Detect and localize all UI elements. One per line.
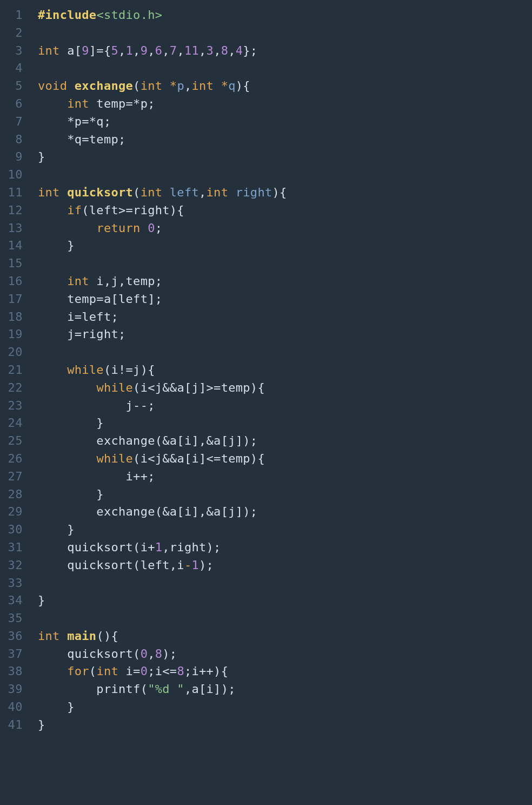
code-line: while(i<j&&a[i]<=temp){ xyxy=(38,450,532,468)
line-number: 32 xyxy=(0,557,30,575)
code-token: while xyxy=(96,381,133,394)
code-token: , xyxy=(214,44,221,57)
code-token: int xyxy=(38,44,60,57)
code-token: (i<j&&a[i]<=temp){ xyxy=(133,452,265,465)
code-token: int xyxy=(67,97,89,110)
code-token: } xyxy=(38,487,104,501)
code-token: ); xyxy=(199,558,214,572)
code-token: exchange xyxy=(75,79,133,93)
code-token: 0 xyxy=(141,664,148,678)
code-token: }; xyxy=(243,44,257,57)
code-token: 9 xyxy=(82,44,89,57)
code-line: } xyxy=(38,698,532,716)
code-line xyxy=(38,60,532,77)
code-token: 0 xyxy=(148,221,155,235)
code-line: while(i<j&&a[j]>=temp){ xyxy=(38,379,532,397)
code-token: , xyxy=(148,647,155,661)
line-number: 10 xyxy=(0,166,30,184)
line-number: 18 xyxy=(0,308,30,326)
line-number: 19 xyxy=(0,326,30,344)
code-editor: 1234567891011121314151617181920212223242… xyxy=(0,0,532,734)
code-token: while xyxy=(67,363,104,377)
code-token: quicksort(left,i xyxy=(38,558,184,572)
line-number: 12 xyxy=(0,202,30,220)
code-token: int xyxy=(207,186,229,199)
code-token: 9 xyxy=(141,44,148,57)
code-token: int xyxy=(191,79,214,93)
code-line: #include<stdio.h> xyxy=(38,6,532,24)
code-token: 5 xyxy=(111,44,118,57)
line-number: 5 xyxy=(0,77,30,95)
code-token: int xyxy=(141,186,163,199)
code-token: 1 xyxy=(155,540,163,554)
line-number: 3 xyxy=(0,42,30,60)
line-number: 4 xyxy=(0,60,30,77)
line-number: 35 xyxy=(0,610,30,628)
code-token: (){ xyxy=(96,629,118,643)
line-number: 7 xyxy=(0,113,30,131)
code-token xyxy=(141,221,148,235)
line-number: 31 xyxy=(0,539,30,557)
code-line: } xyxy=(38,148,532,166)
code-token xyxy=(38,452,96,465)
code-line: } xyxy=(38,592,532,610)
code-token: 0 xyxy=(141,647,148,661)
code-token: } xyxy=(38,523,75,536)
code-token: ;i<= xyxy=(148,664,177,678)
line-number: 20 xyxy=(0,344,30,361)
code-token: i=left; xyxy=(38,310,118,324)
line-number: 17 xyxy=(0,291,30,308)
line-number: 40 xyxy=(0,698,30,716)
code-token: if xyxy=(67,203,82,217)
code-token: , xyxy=(228,44,236,57)
code-line: } xyxy=(38,414,532,432)
line-number: 39 xyxy=(0,681,30,698)
code-token: printf( xyxy=(38,682,148,696)
code-token: ]={ xyxy=(89,44,111,57)
code-token xyxy=(38,381,96,394)
code-token: , xyxy=(148,44,155,57)
code-line xyxy=(38,24,532,42)
line-number: 37 xyxy=(0,645,30,663)
line-number: 14 xyxy=(0,237,30,255)
code-token: ( xyxy=(89,664,97,678)
code-token xyxy=(38,203,67,217)
code-token: j=right; xyxy=(38,327,126,341)
code-line: temp=a[left]; xyxy=(38,291,532,308)
code-token: ){ xyxy=(272,186,287,199)
code-token: quicksort( xyxy=(38,647,141,661)
line-number-gutter: 1234567891011121314151617181920212223242… xyxy=(0,6,30,734)
code-token: } xyxy=(38,593,45,607)
code-token: - xyxy=(184,558,192,572)
code-content[interactable]: #include<stdio.h> int a[9]={5,1,9,6,7,11… xyxy=(30,6,532,734)
code-line: return 0; xyxy=(38,220,532,237)
code-line: exchange(&a[i],&a[j]); xyxy=(38,503,532,521)
code-token: , xyxy=(177,44,184,57)
code-line: quicksort(i+1,right); xyxy=(38,539,532,557)
code-line: } xyxy=(38,521,532,539)
code-token xyxy=(162,186,170,199)
code-token: ,right); xyxy=(162,540,221,554)
code-line: int i,j,temp; xyxy=(38,273,532,291)
code-token: right xyxy=(236,186,272,199)
line-number: 25 xyxy=(0,432,30,450)
code-token xyxy=(38,221,96,235)
code-token: int xyxy=(141,79,163,93)
code-token: temp=a[left]; xyxy=(38,292,162,306)
code-token: int xyxy=(96,664,118,678)
code-token: temp=*p; xyxy=(89,97,155,110)
code-token: 1 xyxy=(126,44,134,57)
line-number: 11 xyxy=(0,184,30,202)
code-token: * xyxy=(221,79,229,93)
line-number: 36 xyxy=(0,628,30,645)
code-token: ,a[i]); xyxy=(184,682,236,696)
code-token: ( xyxy=(133,79,141,93)
code-token: while xyxy=(96,452,133,465)
code-token xyxy=(38,664,67,678)
code-token: ;i++){ xyxy=(184,664,228,678)
code-token: , xyxy=(184,79,192,93)
line-number: 13 xyxy=(0,220,30,237)
code-token: ){ xyxy=(236,79,250,93)
line-number: 8 xyxy=(0,131,30,149)
code-line: i=left; xyxy=(38,308,532,326)
